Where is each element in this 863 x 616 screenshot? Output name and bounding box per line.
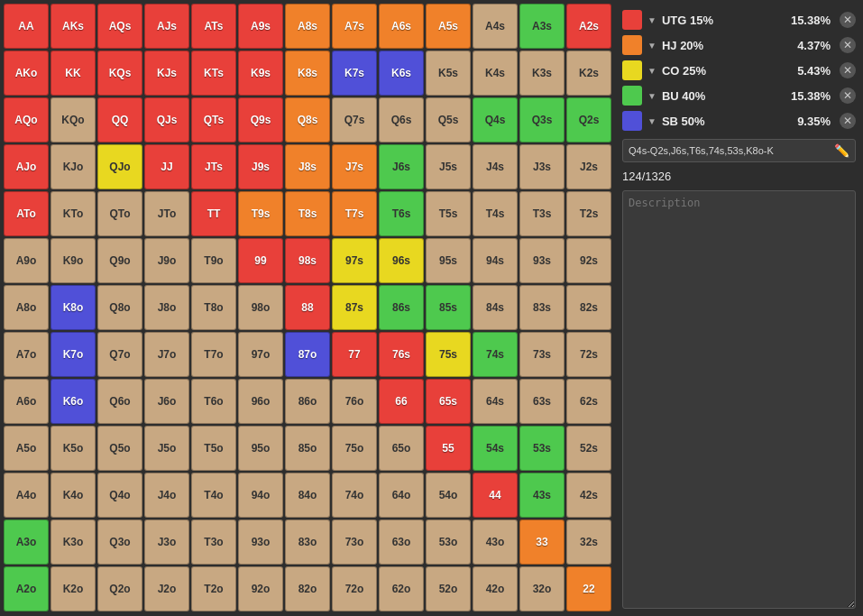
hand-cell-a7o[interactable]: A7o <box>4 332 49 377</box>
hand-cell-q9s[interactable]: Q9s <box>238 97 283 143</box>
hand-cell-42s[interactable]: 42s <box>566 473 611 518</box>
hand-cell-33[interactable]: 33 <box>519 519 565 565</box>
hand-cell-42o[interactable]: 42o <box>473 566 518 611</box>
pos-arrow-bu[interactable]: ▼ <box>647 91 656 101</box>
pos-arrow-hj[interactable]: ▼ <box>647 41 656 51</box>
hand-cell-96s[interactable]: 96s <box>379 238 424 283</box>
hand-cell-95o[interactable]: 95o <box>238 426 283 471</box>
hand-cell-k2o[interactable]: K2o <box>50 566 96 611</box>
hand-cell-j9s[interactable]: J9s <box>238 144 283 189</box>
hand-cell-65o[interactable]: 65o <box>379 426 424 471</box>
hand-cell-aa[interactable]: AA <box>4 4 49 49</box>
hand-cell-52o[interactable]: 52o <box>426 566 471 611</box>
hand-cell-kjs[interactable]: KJs <box>144 51 189 96</box>
hand-cell-84s[interactable]: 84s <box>473 285 518 330</box>
hand-cell-j5s[interactable]: J5s <box>426 144 471 189</box>
hand-cell-jts[interactable]: JTs <box>191 144 236 189</box>
hand-cell-a6s[interactable]: A6s <box>379 4 424 49</box>
hand-cell-k7o[interactable]: K7o <box>50 332 96 377</box>
hand-cell-q8o[interactable]: Q8o <box>97 285 142 330</box>
hand-cell-kqo[interactable]: KQo <box>50 97 96 143</box>
hand-cell-t5s[interactable]: T5s <box>426 191 471 236</box>
hand-cell-32o[interactable]: 32o <box>519 566 565 611</box>
hand-cell-j8o[interactable]: J8o <box>144 285 189 330</box>
hand-cell-qto[interactable]: QTo <box>97 191 142 236</box>
hand-cell-87o[interactable]: 87o <box>285 332 330 377</box>
hand-cell-t9o[interactable]: T9o <box>191 238 236 283</box>
hand-cell-73o[interactable]: 73o <box>332 519 377 565</box>
hand-cell-k7s[interactable]: K7s <box>332 51 377 96</box>
hand-cell-jto[interactable]: JTo <box>144 191 189 236</box>
hand-cell-a3o[interactable]: A3o <box>4 519 49 565</box>
hand-cell-86s[interactable]: 86s <box>379 285 424 330</box>
hand-cell-j9o[interactable]: J9o <box>144 238 189 283</box>
hand-cell-ats[interactable]: ATs <box>191 4 236 49</box>
hand-cell-j2s[interactable]: J2s <box>566 144 611 189</box>
hand-cell-95s[interactable]: 95s <box>426 238 471 283</box>
hand-cell-t5o[interactable]: T5o <box>191 426 236 471</box>
hand-cell-k2s[interactable]: K2s <box>566 51 611 96</box>
hand-cell-k3o[interactable]: K3o <box>50 519 96 565</box>
hand-cell-qts[interactable]: QTs <box>191 97 236 143</box>
pos-close-bu[interactable]: ✕ <box>840 87 856 104</box>
hand-cell-76s[interactable]: 76s <box>379 332 424 377</box>
hand-cell-92s[interactable]: 92s <box>566 238 611 283</box>
hand-cell-k3s[interactable]: K3s <box>519 51 565 96</box>
hand-cell-74o[interactable]: 74o <box>332 473 377 518</box>
hand-cell-q7s[interactable]: Q7s <box>332 97 377 143</box>
hand-cell-64s[interactable]: 64s <box>473 379 518 424</box>
hand-cell-k4s[interactable]: K4s <box>473 51 518 96</box>
hand-cell-64o[interactable]: 64o <box>379 473 424 518</box>
hand-cell-55[interactable]: 55 <box>426 426 471 471</box>
hand-cell-a6o[interactable]: A6o <box>4 379 49 424</box>
hand-cell-54s[interactable]: 54s <box>473 426 518 471</box>
hand-cell-kts[interactable]: KTs <box>191 51 236 96</box>
hand-cell-q3s[interactable]: Q3s <box>519 97 565 143</box>
hand-cell-84o[interactable]: 84o <box>285 473 330 518</box>
hand-cell-tt[interactable]: TT <box>191 191 236 236</box>
hand-cell-52s[interactable]: 52s <box>566 426 611 471</box>
hand-cell-86o[interactable]: 86o <box>285 379 330 424</box>
hand-cell-k4o[interactable]: K4o <box>50 473 96 518</box>
hand-cell-83s[interactable]: 83s <box>519 285 565 330</box>
hand-cell-k6o[interactable]: K6o <box>50 379 96 424</box>
hand-cell-t9s[interactable]: T9s <box>238 191 283 236</box>
hand-cell-a9o[interactable]: A9o <box>4 238 49 283</box>
hand-cell-98o[interactable]: 98o <box>238 285 283 330</box>
hand-cell-kk[interactable]: KK <box>50 51 96 96</box>
hand-cell-q9o[interactable]: Q9o <box>97 238 142 283</box>
hand-cell-jj[interactable]: JJ <box>144 144 189 189</box>
hand-cell-q3o[interactable]: Q3o <box>97 519 142 565</box>
hand-cell-q2s[interactable]: Q2s <box>566 97 611 143</box>
hand-cell-22[interactable]: 22 <box>566 566 611 611</box>
hand-cell-j7s[interactable]: J7s <box>332 144 377 189</box>
description-textarea[interactable] <box>622 190 856 609</box>
hand-cell-t6s[interactable]: T6s <box>379 191 424 236</box>
hand-cell-a5s[interactable]: A5s <box>426 4 471 49</box>
hand-cell-98s[interactable]: 98s <box>285 238 330 283</box>
hand-cell-q5s[interactable]: Q5s <box>426 97 471 143</box>
hand-cell-99[interactable]: 99 <box>238 238 283 283</box>
pos-arrow-co[interactable]: ▼ <box>647 66 656 76</box>
hand-cell-a9s[interactable]: A9s <box>238 4 283 49</box>
hand-cell-j7o[interactable]: J7o <box>144 332 189 377</box>
pos-close-co[interactable]: ✕ <box>840 62 856 78</box>
hand-cell-t8s[interactable]: T8s <box>285 191 330 236</box>
hand-cell-qjs[interactable]: QJs <box>144 97 189 143</box>
hand-cell-q7o[interactable]: Q7o <box>97 332 142 377</box>
hand-cell-ako[interactable]: AKo <box>4 51 49 96</box>
hand-cell-74s[interactable]: 74s <box>473 332 518 377</box>
hand-cell-q5o[interactable]: Q5o <box>97 426 142 471</box>
hand-cell-72o[interactable]: 72o <box>332 566 377 611</box>
hand-cell-93o[interactable]: 93o <box>238 519 283 565</box>
hand-cell-73s[interactable]: 73s <box>519 332 565 377</box>
hand-cell-k9o[interactable]: K9o <box>50 238 96 283</box>
hand-cell-a3s[interactable]: A3s <box>519 4 565 49</box>
hand-cell-j3o[interactable]: J3o <box>144 519 189 565</box>
hand-cell-44[interactable]: 44 <box>473 473 518 518</box>
hand-cell-63s[interactable]: 63s <box>519 379 565 424</box>
hand-cell-66[interactable]: 66 <box>379 379 424 424</box>
hand-cell-j2o[interactable]: J2o <box>144 566 189 611</box>
hand-cell-87s[interactable]: 87s <box>332 285 377 330</box>
hand-cell-t4s[interactable]: T4s <box>473 191 518 236</box>
